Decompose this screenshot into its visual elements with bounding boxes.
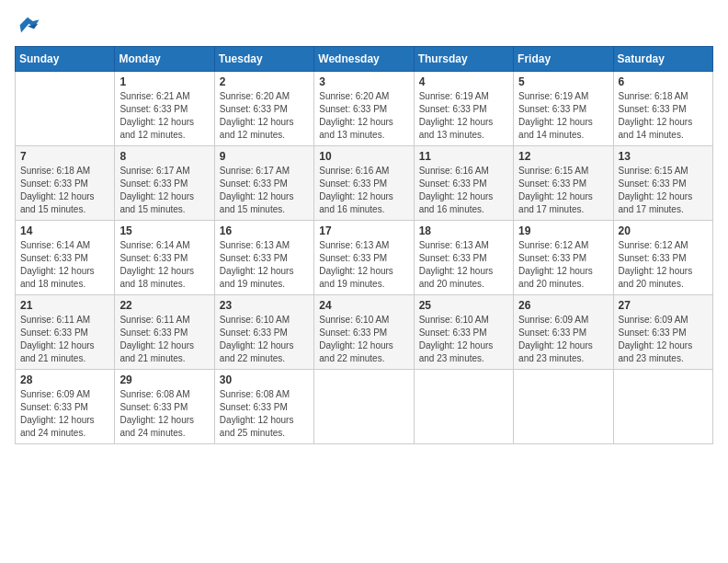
calendar-cell: 11Sunrise: 6:16 AMSunset: 6:33 PMDayligh… [414,146,513,221]
calendar-cell: 3Sunrise: 6:20 AMSunset: 6:33 PMDaylight… [314,72,414,146]
day-number: 16 [220,224,309,237]
day-number: 10 [319,150,408,163]
day-number: 30 [220,373,309,386]
day-number: 6 [619,75,708,88]
day-header-friday: Friday [514,47,613,72]
day-info: Sunrise: 6:11 AMSunset: 6:33 PMDaylight:… [20,314,109,365]
day-header-sunday: Sunday [16,47,115,72]
day-number: 1 [119,75,209,88]
day-number: 14 [20,224,109,237]
day-info: Sunrise: 6:08 AMSunset: 6:33 PMDaylight:… [220,388,309,440]
calendar-cell: 21Sunrise: 6:11 AMSunset: 6:33 PMDayligh… [16,295,115,370]
calendar-cell: 9Sunrise: 6:17 AMSunset: 6:33 PMDaylight… [214,146,313,221]
calendar-cell [414,370,513,444]
day-info: Sunrise: 6:12 AMSunset: 6:33 PMDaylight:… [518,239,608,291]
day-number: 8 [119,150,209,163]
day-info: Sunrise: 6:20 AMSunset: 6:33 PMDaylight:… [319,90,408,142]
day-number: 27 [619,299,708,312]
day-info: Sunrise: 6:09 AMSunset: 6:33 PMDaylight:… [20,388,109,440]
calendar-week-row: 1Sunrise: 6:21 AMSunset: 6:33 PMDaylight… [16,72,713,146]
day-info: Sunrise: 6:14 AMSunset: 6:33 PMDaylight:… [20,239,109,291]
day-info: Sunrise: 6:19 AMSunset: 6:33 PMDaylight:… [518,90,608,142]
calendar-week-row: 21Sunrise: 6:11 AMSunset: 6:33 PMDayligh… [16,295,713,370]
day-number: 4 [419,75,508,88]
calendar-cell [314,370,414,444]
day-info: Sunrise: 6:14 AMSunset: 6:33 PMDaylight:… [119,239,209,291]
day-info: Sunrise: 6:09 AMSunset: 6:33 PMDaylight:… [619,314,708,365]
calendar-cell: 8Sunrise: 6:17 AMSunset: 6:33 PMDaylight… [115,146,214,221]
logo-icon [15,15,40,40]
day-number: 13 [619,150,708,163]
day-info: Sunrise: 6:12 AMSunset: 6:33 PMDaylight:… [619,239,708,291]
page-header [15,15,713,40]
calendar-cell: 20Sunrise: 6:12 AMSunset: 6:33 PMDayligh… [613,221,712,295]
calendar-table: SundayMondayTuesdayWednesdayThursdayFrid… [15,46,713,444]
calendar-header-row: SundayMondayTuesdayWednesdayThursdayFrid… [16,47,713,72]
calendar-cell: 16Sunrise: 6:13 AMSunset: 6:33 PMDayligh… [214,221,313,295]
day-number: 5 [518,75,608,88]
day-number: 12 [518,150,608,163]
calendar-cell: 13Sunrise: 6:15 AMSunset: 6:33 PMDayligh… [613,146,712,221]
day-info: Sunrise: 6:15 AMSunset: 6:33 PMDaylight:… [518,165,608,216]
calendar-cell: 28Sunrise: 6:09 AMSunset: 6:33 PMDayligh… [16,370,115,444]
calendar-cell [16,72,115,146]
day-info: Sunrise: 6:13 AMSunset: 6:33 PMDaylight:… [319,239,408,291]
day-info: Sunrise: 6:21 AMSunset: 6:33 PMDaylight:… [119,90,209,142]
day-number: 24 [319,299,408,312]
day-info: Sunrise: 6:10 AMSunset: 6:33 PMDaylight:… [220,314,309,365]
calendar-cell: 23Sunrise: 6:10 AMSunset: 6:33 PMDayligh… [214,295,313,370]
calendar-cell: 17Sunrise: 6:13 AMSunset: 6:33 PMDayligh… [314,221,414,295]
day-info: Sunrise: 6:17 AMSunset: 6:33 PMDaylight:… [119,165,209,216]
day-header-thursday: Thursday [414,47,513,72]
day-info: Sunrise: 6:17 AMSunset: 6:33 PMDaylight:… [220,165,309,216]
day-info: Sunrise: 6:13 AMSunset: 6:33 PMDaylight:… [419,239,508,291]
day-number: 23 [220,299,309,312]
day-number: 7 [20,150,109,163]
calendar-cell: 29Sunrise: 6:08 AMSunset: 6:33 PMDayligh… [115,370,214,444]
calendar-cell: 18Sunrise: 6:13 AMSunset: 6:33 PMDayligh… [414,221,513,295]
day-number: 20 [619,224,708,237]
calendar-cell [613,370,712,444]
day-header-monday: Monday [115,47,214,72]
calendar-cell: 26Sunrise: 6:09 AMSunset: 6:33 PMDayligh… [514,295,613,370]
day-number: 3 [319,75,408,88]
calendar-cell: 6Sunrise: 6:18 AMSunset: 6:33 PMDaylight… [613,72,712,146]
day-number: 29 [119,373,209,386]
calendar-cell: 27Sunrise: 6:09 AMSunset: 6:33 PMDayligh… [613,295,712,370]
day-number: 19 [518,224,608,237]
day-info: Sunrise: 6:19 AMSunset: 6:33 PMDaylight:… [419,90,508,142]
calendar-cell: 24Sunrise: 6:10 AMSunset: 6:33 PMDayligh… [314,295,414,370]
day-info: Sunrise: 6:10 AMSunset: 6:33 PMDaylight:… [419,314,508,365]
calendar-cell: 5Sunrise: 6:19 AMSunset: 6:33 PMDaylight… [514,72,613,146]
calendar-cell: 30Sunrise: 6:08 AMSunset: 6:33 PMDayligh… [214,370,313,444]
calendar-cell: 7Sunrise: 6:18 AMSunset: 6:33 PMDaylight… [16,146,115,221]
calendar-week-row: 7Sunrise: 6:18 AMSunset: 6:33 PMDaylight… [16,146,713,221]
calendar-cell [514,370,613,444]
day-info: Sunrise: 6:15 AMSunset: 6:33 PMDaylight:… [619,165,708,216]
day-info: Sunrise: 6:16 AMSunset: 6:33 PMDaylight:… [419,165,508,216]
day-number: 2 [220,75,309,88]
day-info: Sunrise: 6:20 AMSunset: 6:33 PMDaylight:… [220,90,309,142]
day-info: Sunrise: 6:18 AMSunset: 6:33 PMDaylight:… [619,90,708,142]
day-number: 21 [20,299,109,312]
day-info: Sunrise: 6:08 AMSunset: 6:33 PMDaylight:… [119,388,209,440]
calendar-cell: 12Sunrise: 6:15 AMSunset: 6:33 PMDayligh… [514,146,613,221]
calendar-cell: 10Sunrise: 6:16 AMSunset: 6:33 PMDayligh… [314,146,414,221]
calendar-cell: 14Sunrise: 6:14 AMSunset: 6:33 PMDayligh… [16,221,115,295]
day-number: 18 [419,224,508,237]
day-info: Sunrise: 6:10 AMSunset: 6:33 PMDaylight:… [319,314,408,365]
day-info: Sunrise: 6:18 AMSunset: 6:33 PMDaylight:… [20,165,109,216]
calendar-cell: 19Sunrise: 6:12 AMSunset: 6:33 PMDayligh… [514,221,613,295]
logo [15,15,44,40]
day-number: 22 [119,299,209,312]
calendar-cell: 4Sunrise: 6:19 AMSunset: 6:33 PMDaylight… [414,72,513,146]
day-info: Sunrise: 6:16 AMSunset: 6:33 PMDaylight:… [319,165,408,216]
calendar-cell: 25Sunrise: 6:10 AMSunset: 6:33 PMDayligh… [414,295,513,370]
day-number: 28 [20,373,109,386]
day-header-wednesday: Wednesday [314,47,414,72]
day-number: 26 [518,299,608,312]
calendar-cell: 2Sunrise: 6:20 AMSunset: 6:33 PMDaylight… [214,72,313,146]
day-number: 9 [220,150,309,163]
calendar-week-row: 28Sunrise: 6:09 AMSunset: 6:33 PMDayligh… [16,370,713,444]
calendar-week-row: 14Sunrise: 6:14 AMSunset: 6:33 PMDayligh… [16,221,713,295]
